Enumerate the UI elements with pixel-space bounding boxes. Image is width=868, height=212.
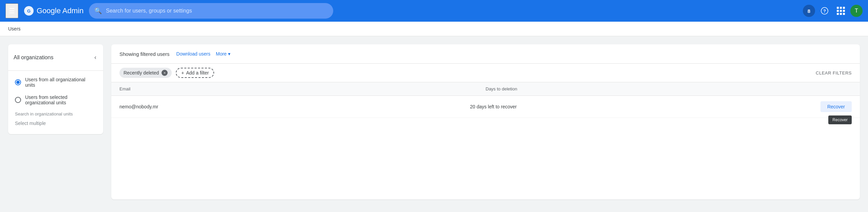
- close-icon: ×: [164, 71, 166, 75]
- sidebar-collapse-button[interactable]: ‹: [93, 52, 98, 62]
- column-email: Email: [119, 86, 486, 91]
- apps-button[interactable]: [834, 4, 848, 18]
- recover-action: Recover Recover: [820, 101, 852, 112]
- recently-deleted-chip[interactable]: Recently deleted ×: [119, 68, 172, 78]
- search-icon: 🔍: [94, 7, 102, 15]
- sidebar-header: All organizations ‹: [8, 50, 103, 68]
- header: ☰ G Google Admin 🔍 8 ? T: [0, 0, 868, 22]
- svg-text:G: G: [27, 8, 31, 14]
- sidebar: All organizations ‹ Users from all organ…: [8, 44, 103, 134]
- sidebar-title: All organizations: [14, 55, 53, 61]
- recover-button[interactable]: Recover: [820, 101, 852, 112]
- more-button[interactable]: More ▾: [213, 50, 233, 58]
- column-days: Days to deletion: [486, 86, 852, 91]
- content-toolbar: Showing filtered users Download users Mo…: [111, 44, 860, 64]
- sidebar-option-all-label: Users from all organizational units: [25, 77, 96, 88]
- table-row: nemo@nobody.mr 20 days left to recover R…: [111, 96, 860, 118]
- download-users-link[interactable]: Download users: [176, 51, 210, 57]
- sidebar-option-selected[interactable]: Users from selected organizational units: [8, 91, 103, 109]
- toolbar-status: Showing filtered users: [119, 51, 170, 57]
- recover-tooltip: Recover: [828, 115, 852, 124]
- add-filter-label: Add a filter: [186, 70, 209, 76]
- sidebar-option-selected-label: Users from selected organizational units: [25, 94, 96, 105]
- search-bar[interactable]: 🔍: [89, 3, 333, 19]
- chevron-left-icon: ‹: [94, 54, 96, 61]
- logo[interactable]: G Google Admin: [24, 6, 83, 16]
- sidebar-select-multiple[interactable]: Select multiple: [8, 119, 103, 129]
- more-chevron-icon: ▾: [228, 51, 230, 57]
- chip-label: Recently deleted: [124, 70, 159, 76]
- breadcrumb: Users: [8, 26, 21, 31]
- radio-selected-icon: [15, 97, 21, 103]
- cell-email: nemo@nobody.mr: [119, 104, 470, 109]
- header-right: 8 ? T: [803, 4, 863, 18]
- google-logo-icon: G: [24, 6, 34, 16]
- search-input[interactable]: [106, 8, 328, 14]
- content-panel: Showing filtered users Download users Mo…: [111, 44, 860, 199]
- cell-days: 20 days left to recover: [470, 104, 820, 109]
- sidebar-option-all[interactable]: Users from all organizational units: [8, 73, 103, 91]
- filter-bar: Recently deleted × + Add a filter CLEAR …: [111, 64, 860, 82]
- main-content: All organizations ‹ Users from all organ…: [0, 36, 868, 208]
- support-badge[interactable]: 8: [803, 5, 815, 17]
- avatar[interactable]: T: [850, 5, 863, 17]
- chip-close-button[interactable]: ×: [162, 70, 168, 76]
- apps-icon: [835, 5, 846, 16]
- add-filter-button[interactable]: + Add a filter: [176, 68, 214, 78]
- menu-icon[interactable]: ☰: [5, 3, 18, 18]
- sidebar-divider: [8, 70, 103, 71]
- sidebar-search-org: Search in organizational units: [8, 109, 103, 119]
- table-header: Email Days to deletion: [111, 82, 860, 96]
- clear-filters-button[interactable]: CLEAR FILTERS: [816, 70, 852, 76]
- help-icon: ?: [821, 7, 828, 15]
- add-filter-plus-icon: +: [181, 70, 184, 76]
- more-label: More: [216, 51, 227, 57]
- svg-text:?: ?: [823, 8, 826, 14]
- help-button[interactable]: ?: [818, 4, 831, 18]
- breadcrumb-bar: Users: [0, 22, 868, 36]
- logo-text: Google Admin: [37, 6, 83, 15]
- radio-all-icon: [15, 79, 21, 85]
